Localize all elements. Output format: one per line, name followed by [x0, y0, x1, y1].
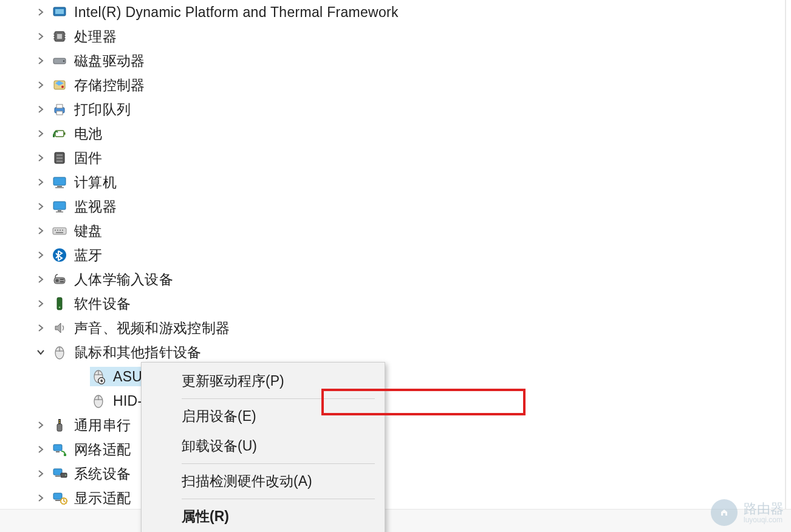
- system-icon: [51, 465, 68, 482]
- mouse-icon: [51, 344, 68, 361]
- router-icon: [711, 499, 738, 526]
- tree-item-label: 处理器: [74, 27, 117, 46]
- tree-item[interactable]: 磁盘驱动器: [0, 49, 791, 73]
- battery-icon: [51, 125, 68, 142]
- audio-icon: [51, 319, 68, 336]
- tree-item-label: 鼠标和其他指针设备: [74, 343, 202, 362]
- menu-separator: [182, 499, 375, 499]
- device-tree[interactable]: Intel(R) Dynamic Platform and Thermal Fr…: [0, 0, 791, 510]
- chevron-right-icon[interactable]: [34, 418, 47, 432]
- tree-item-label: 人体学输入设备: [74, 270, 173, 289]
- network-icon: [51, 441, 68, 458]
- tree-item[interactable]: 通用串行: [0, 413, 791, 437]
- menu-separator: [182, 463, 375, 464]
- tree-item[interactable]: 系统设备: [0, 462, 791, 486]
- menu-item[interactable]: 卸载设备(U): [144, 431, 382, 461]
- watermark-subtitle: luyouqi.com: [744, 516, 784, 523]
- thermal-icon: [51, 4, 68, 21]
- tree-item-label: Intel(R) Dynamic Platform and Thermal Fr…: [74, 4, 399, 21]
- bluetooth-icon: [51, 247, 68, 264]
- firmware-icon: [51, 149, 68, 166]
- no-expander: [73, 394, 86, 408]
- chevron-right-icon[interactable]: [34, 443, 47, 456]
- chevron-right-icon[interactable]: [34, 321, 47, 335]
- tree-item-label: 键盘: [74, 222, 103, 240]
- tree-item[interactable]: 蓝牙: [0, 243, 791, 267]
- menu-item[interactable]: 扫描检测硬件改动(A): [144, 466, 382, 496]
- scrollbar-track[interactable]: [785, 0, 786, 509]
- chevron-right-icon[interactable]: [34, 54, 47, 67]
- chevron-right-icon[interactable]: [34, 127, 47, 140]
- cpu-icon: [51, 28, 68, 45]
- storage-icon: [51, 77, 68, 94]
- tree-item-label: 声音、视频和游戏控制器: [74, 319, 230, 338]
- monitor-icon: [51, 198, 68, 215]
- tree-item[interactable]: Intel(R) Dynamic Platform and Thermal Fr…: [0, 0, 791, 24]
- chevron-right-icon[interactable]: [34, 103, 47, 116]
- tree-item[interactable]: 显示适配: [0, 486, 791, 510]
- computer-icon: [51, 174, 68, 191]
- tree-item[interactable]: 存储控制器: [0, 73, 791, 97]
- no-expander: [73, 370, 86, 383]
- watermark: 路由器 luyouqi.com: [711, 499, 784, 526]
- tree-item[interactable]: 人体学输入设备: [0, 267, 791, 292]
- tree-item[interactable]: 声音、视频和游戏控制器: [0, 316, 791, 340]
- chevron-right-icon[interactable]: [34, 273, 47, 286]
- chevron-right-icon[interactable]: [34, 491, 47, 505]
- tree-item-label: 系统设备: [74, 465, 131, 483]
- disk-icon: [51, 52, 68, 69]
- chevron-right-icon[interactable]: [34, 467, 47, 480]
- tree-item[interactable]: 键盘: [0, 219, 791, 243]
- chevron-right-icon[interactable]: [34, 248, 47, 262]
- chevron-right-icon[interactable]: [34, 297, 47, 310]
- hid-icon: [51, 271, 68, 288]
- chevron-right-icon[interactable]: [34, 200, 47, 213]
- tree-item-label: 网络适配: [74, 440, 131, 459]
- printer-icon: [51, 101, 68, 118]
- chevron-right-icon[interactable]: [34, 5, 47, 19]
- tree-item-label: 监视器: [74, 197, 117, 216]
- context-menu[interactable]: 更新驱动程序(P)启用设备(E)卸载设备(U)扫描检测硬件改动(A)属性(R): [141, 362, 385, 532]
- tree-item[interactable]: HID-c: [0, 389, 791, 413]
- chevron-right-icon[interactable]: [34, 30, 47, 43]
- tree-item-label: 电池: [74, 124, 103, 143]
- tree-item-label: 显示适配: [74, 489, 131, 508]
- keyboard-icon: [51, 222, 68, 239]
- watermark-title: 路由器: [744, 501, 784, 516]
- menu-item[interactable]: 属性(R): [144, 502, 382, 531]
- menu-item[interactable]: 更新驱动程序(P): [144, 366, 382, 396]
- tree-item[interactable]: 打印队列: [0, 97, 791, 121]
- tree-item[interactable]: 电池: [0, 121, 791, 146]
- chevron-down-icon[interactable]: [34, 346, 47, 359]
- mouse-disabled-icon: [90, 368, 107, 385]
- tree-item[interactable]: 软件设备: [0, 292, 791, 316]
- mouse-icon: [90, 392, 107, 409]
- software-icon: [51, 295, 68, 312]
- tree-item[interactable]: 网络适配: [0, 437, 791, 462]
- tree-item[interactable]: 计算机: [0, 170, 791, 194]
- chevron-right-icon[interactable]: [34, 78, 47, 92]
- tree-item-label: 计算机: [74, 173, 117, 192]
- tree-item-label: 软件设备: [74, 295, 131, 313]
- chevron-right-icon[interactable]: [34, 176, 47, 189]
- usb-icon: [51, 417, 68, 434]
- tree-item-label: 打印队列: [74, 100, 131, 119]
- chevron-right-icon[interactable]: [34, 151, 47, 165]
- tree-item-label: 蓝牙: [74, 246, 103, 265]
- tree-item-label: 固件: [74, 149, 103, 168]
- tree-item-label: 存储控制器: [74, 76, 145, 95]
- menu-item[interactable]: 启用设备(E): [144, 401, 382, 431]
- tree-item[interactable]: 固件: [0, 146, 791, 170]
- statusbar: [0, 509, 791, 532]
- menu-separator: [182, 398, 375, 399]
- tree-item-label: 磁盘驱动器: [74, 52, 145, 70]
- chevron-right-icon[interactable]: [34, 224, 47, 237]
- tree-item[interactable]: 鼠标和其他指针设备: [0, 340, 791, 364]
- display-icon: [51, 489, 68, 506]
- tree-item[interactable]: ASUS: [0, 364, 791, 389]
- tree-item[interactable]: 监视器: [0, 194, 791, 219]
- tree-item[interactable]: 处理器: [0, 24, 791, 49]
- tree-item-label: 通用串行: [74, 416, 131, 435]
